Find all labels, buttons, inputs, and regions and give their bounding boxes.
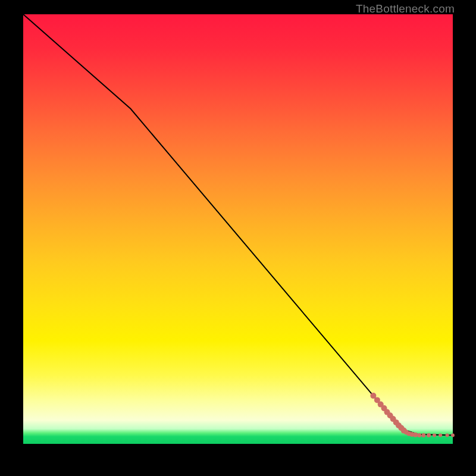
tail-marker-dot: [439, 434, 442, 437]
tail-marker-dot: [421, 433, 425, 437]
tail-marker-dot: [427, 433, 431, 437]
chart-tail-markers: [370, 393, 455, 437]
tail-marker-dot: [417, 433, 421, 437]
tail-marker-dot: [451, 434, 455, 437]
chart-curve-line: [23, 14, 453, 436]
chart-overlay: [23, 14, 453, 444]
attribution-text: TheBottleneck.com: [356, 2, 455, 15]
tail-marker-dot: [446, 434, 449, 437]
curve-path: [23, 14, 453, 436]
tail-marker-dot: [433, 434, 436, 437]
tail-marker-dot: [413, 433, 418, 437]
